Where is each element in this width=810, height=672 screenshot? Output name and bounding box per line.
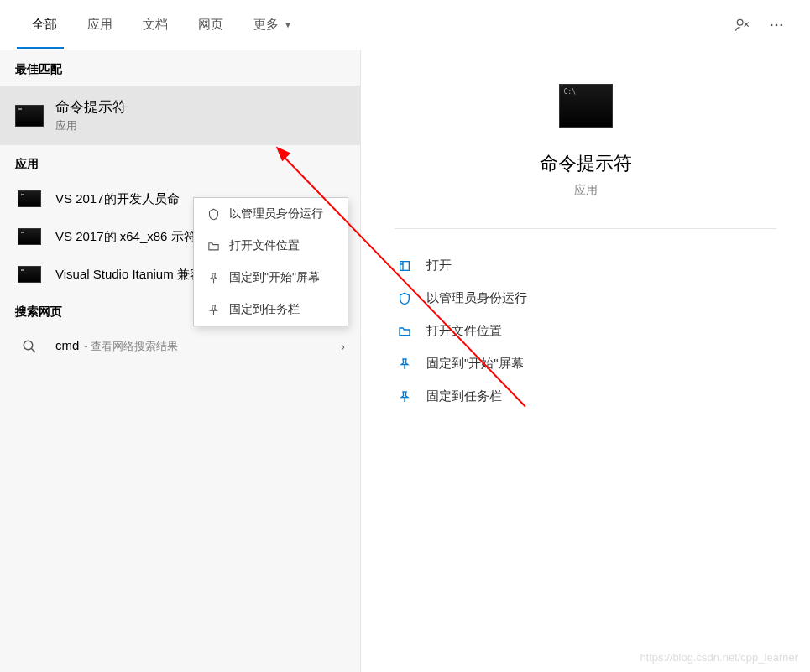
- action-pin-to-taskbar[interactable]: 固定到任务栏: [395, 380, 776, 413]
- ctx-label: 打开文件位置: [229, 238, 300, 253]
- tab-more[interactable]: 更多 ▼: [238, 0, 307, 50]
- svg-point-0: [737, 19, 743, 25]
- action-open[interactable]: 打开: [395, 249, 776, 282]
- feedback-icon: [734, 17, 751, 34]
- pin-icon: [395, 357, 415, 371]
- detail-panel: 命令提示符 应用 打开 以管理员身份运行 打开文件位置: [361, 50, 810, 672]
- action-label: 固定到"开始"屏幕: [426, 356, 524, 372]
- results-panel: 最佳匹配 命令提示符 应用 应用 VS 2017的开发人员命 VS 2017的 …: [0, 50, 361, 672]
- cmd-icon: [18, 266, 41, 283]
- tab-docs[interactable]: 文档: [128, 0, 183, 50]
- web-query: cmd: [55, 338, 79, 352]
- detail-app-icon: [559, 84, 613, 128]
- action-pin-to-start[interactable]: 固定到"开始"屏幕: [395, 347, 776, 380]
- ctx-label: 固定到任务栏: [229, 302, 300, 317]
- tab-all-label: 全部: [32, 17, 57, 33]
- pin-icon: [204, 272, 222, 284]
- action-label: 固定到任务栏: [426, 388, 502, 404]
- more-options-button[interactable]: [760, 8, 793, 42]
- tab-all[interactable]: 全部: [17, 0, 72, 50]
- tab-web-label: 网页: [198, 17, 223, 33]
- best-match-result[interactable]: 命令提示符 应用: [0, 86, 360, 145]
- pin-icon: [395, 390, 415, 404]
- action-label: 以管理员身份运行: [426, 290, 527, 306]
- folder-icon: [395, 325, 415, 338]
- cmd-icon: [15, 105, 44, 127]
- shield-icon: [204, 208, 222, 221]
- tab-more-label: 更多: [253, 17, 279, 33]
- chevron-right-icon: ›: [341, 340, 345, 353]
- active-tab-indicator: [17, 47, 64, 49]
- folder-icon: [204, 240, 222, 253]
- tab-apps[interactable]: 应用: [72, 0, 128, 50]
- best-match-subtitle: 应用: [55, 118, 127, 133]
- ctx-pin-to-taskbar[interactable]: 固定到任务栏: [194, 294, 348, 326]
- ctx-pin-to-start[interactable]: 固定到"开始"屏幕: [194, 262, 348, 294]
- detail-subtitle: 应用: [574, 183, 598, 198]
- action-open-file-location[interactable]: 打开文件位置: [395, 315, 776, 347]
- search-scope-tabs: 全部 应用 文档 网页 更多 ▼: [0, 0, 810, 50]
- ellipsis-icon: [768, 17, 785, 34]
- cmd-icon: [18, 228, 41, 245]
- ctx-open-file-location[interactable]: 打开文件位置: [194, 230, 348, 262]
- open-icon: [395, 259, 415, 273]
- ctx-run-as-admin[interactable]: 以管理员身份运行: [194, 198, 348, 230]
- tab-docs-label: 文档: [143, 17, 168, 33]
- cmd-icon: [18, 190, 41, 207]
- action-label: 打开: [426, 258, 452, 273]
- svg-point-1: [771, 23, 773, 26]
- svg-point-2: [776, 23, 778, 26]
- web-desc: - 查看网络搜索结果: [84, 339, 178, 354]
- best-match-header: 最佳匹配: [0, 50, 360, 86]
- context-menu: 以管理员身份运行 打开文件位置 固定到"开始"屏幕 固定到任务栏: [193, 197, 348, 326]
- tab-web[interactable]: 网页: [183, 0, 238, 50]
- divider: [395, 228, 776, 229]
- search-icon: [15, 339, 44, 354]
- best-match-title: 命令提示符: [55, 97, 127, 117]
- action-label: 打开文件位置: [426, 323, 502, 339]
- detail-actions: 打开 以管理员身份运行 打开文件位置 固定到"开始"屏幕: [395, 249, 776, 413]
- pin-icon: [204, 304, 222, 316]
- ctx-label: 固定到"开始"屏幕: [229, 270, 320, 285]
- tab-apps-label: 应用: [87, 17, 112, 33]
- feedback-button[interactable]: [726, 8, 760, 42]
- action-run-as-admin[interactable]: 以管理员身份运行: [395, 282, 776, 315]
- svg-point-3: [781, 23, 783, 26]
- svg-point-4: [24, 341, 33, 350]
- svg-line-5: [31, 348, 35, 352]
- svg-rect-6: [400, 261, 410, 270]
- apps-header: 应用: [0, 145, 360, 180]
- ctx-label: 以管理员身份运行: [229, 206, 323, 221]
- chevron-down-icon: ▼: [284, 20, 292, 29]
- web-search-result[interactable]: cmd - 查看网络搜索结果 ›: [0, 328, 360, 364]
- detail-title: 命令提示符: [540, 151, 632, 176]
- shield-icon: [395, 292, 415, 305]
